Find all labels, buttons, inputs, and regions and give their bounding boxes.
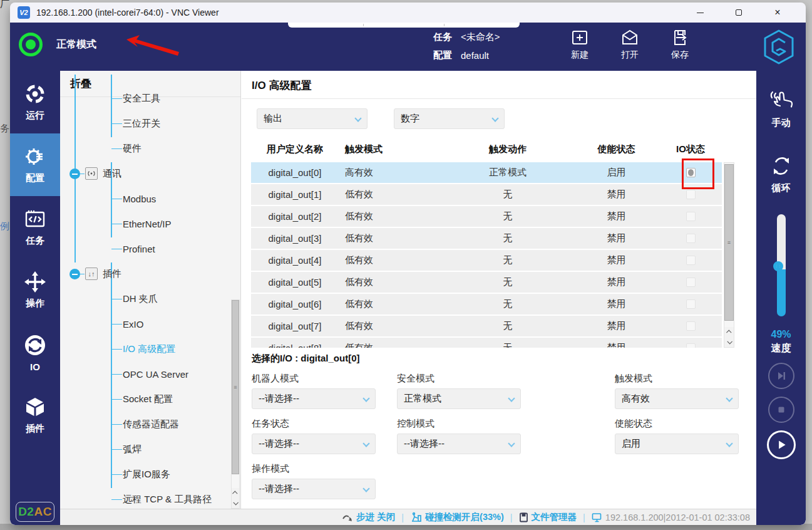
field-select[interactable]: 启用 xyxy=(615,434,739,454)
scroll-up-icon[interactable] xyxy=(724,327,734,337)
title-bar[interactable]: V2 192.168.1.200 (intel-corei7-64:0) - V… xyxy=(10,3,806,23)
collision-detect-toggle[interactable]: 碰撞检测开启(33%) xyxy=(410,511,504,523)
speed-slider[interactable] xyxy=(777,214,786,316)
field-label: 安全模式 xyxy=(397,373,615,385)
tree-scrollbar-thumb[interactable]: ≡ xyxy=(232,300,239,474)
io-direction-select[interactable]: 输出 xyxy=(257,108,367,129)
cell-enable-state: 启用 xyxy=(573,167,659,179)
table-row[interactable]: digital_out[6] 低有效 无 禁用 xyxy=(251,294,722,314)
tree-item[interactable]: ↓↑ 三位开关 xyxy=(60,111,240,136)
open-button[interactable]: 打开 xyxy=(612,28,648,61)
step-forward-button[interactable] xyxy=(768,363,794,389)
nav-io[interactable]: IO xyxy=(10,321,60,384)
nav-run[interactable]: 运行 xyxy=(10,71,60,133)
new-folder-icon xyxy=(570,28,590,48)
chevron-down-icon xyxy=(508,395,515,402)
scroll-up-icon[interactable] xyxy=(232,488,239,498)
loop-mode-button[interactable]: 循环 xyxy=(756,153,806,194)
cell-enable-state: 禁用 xyxy=(573,254,659,266)
io-state-indicator[interactable] xyxy=(686,234,696,243)
open-envelope-icon xyxy=(620,28,640,48)
tree-item[interactable]: ↓↑ 安全工具 xyxy=(60,86,240,111)
slider-track-lower[interactable] xyxy=(777,269,786,316)
loop-icon xyxy=(769,153,794,179)
table-row[interactable]: digital_out[5] 低有效 无 禁用 xyxy=(251,272,722,293)
field-value: 启用 xyxy=(622,438,640,450)
new-button[interactable]: 新建 xyxy=(562,28,598,61)
io-state-indicator[interactable] xyxy=(686,278,696,287)
play-icon xyxy=(774,438,788,452)
tree-collapse-icon[interactable] xyxy=(69,169,80,179)
minimize-icon xyxy=(697,13,704,13)
maximize-button[interactable] xyxy=(719,3,758,23)
tree-item[interactable]: ↓↑ I/O 高级配置 xyxy=(60,336,240,361)
slider-thumb[interactable] xyxy=(773,261,783,271)
desktop-glyph: 厂 xyxy=(0,0,10,11)
tree-item[interactable]: ↓↑ Profinet xyxy=(60,236,240,261)
tree-item-label: EtherNet/IP xyxy=(123,219,172,229)
field-select[interactable]: --请选择-- xyxy=(397,434,521,454)
table-row[interactable]: digital_out[4] 低有效 无 禁用 xyxy=(251,250,722,271)
nav-task-label: 任务 xyxy=(26,235,44,247)
tree-item[interactable]: ↓↑ 插件 xyxy=(60,261,240,286)
table-row[interactable]: digital_out[8] 低有效 无 禁用 xyxy=(251,338,722,348)
tree-item[interactable]: ↓↑ 通讯 xyxy=(60,161,240,186)
tree-item[interactable]: ↓↑ ExIO xyxy=(60,311,240,336)
field-select[interactable]: 高有效 xyxy=(615,388,739,409)
minimize-button[interactable] xyxy=(681,3,719,23)
scroll-down-icon[interactable] xyxy=(232,498,239,508)
tree-item[interactable]: ↓↑ 扩展IO服务 xyxy=(60,462,240,487)
table-scrollbar-thumb[interactable]: ≡ xyxy=(724,164,734,321)
tree-item[interactable]: ↓↑ OPC UA Server xyxy=(60,361,240,387)
field-select[interactable]: --请选择-- xyxy=(252,479,376,499)
nav-operate[interactable]: 操作 xyxy=(10,259,60,321)
monitor-icon xyxy=(592,512,602,522)
nav-task[interactable]: 任务 xyxy=(10,196,60,259)
io-state-indicator[interactable] xyxy=(686,343,696,348)
col-io-state: IO状态 xyxy=(659,143,722,155)
table-row[interactable]: digital_out[2] 低有效 无 禁用 xyxy=(251,206,722,227)
table-row[interactable]: digital_out[3] 低有效 无 禁用 xyxy=(251,228,722,249)
step-mode-toggle[interactable]: 步进 关闭 xyxy=(342,511,395,523)
play-button[interactable] xyxy=(767,430,796,459)
tree-item[interactable]: ↓↑ Modbus xyxy=(60,186,240,211)
vnc-toolbar-notch[interactable] xyxy=(288,23,520,28)
tree-item-label: 硬件 xyxy=(123,143,141,155)
tree-item[interactable]: ↓↑ 远程 TCP & 工具路径 xyxy=(60,487,240,509)
tree-item[interactable]: ↓↑ 硬件 xyxy=(60,136,240,161)
tree-item[interactable]: ↓↑ Socket 配置 xyxy=(60,387,240,412)
tree-collapse-icon[interactable] xyxy=(69,269,80,279)
io-state-indicator[interactable] xyxy=(686,212,696,221)
io-state-indicator[interactable] xyxy=(686,256,696,265)
table-row[interactable]: digital_out[7] 低有效 无 禁用 xyxy=(251,316,722,336)
tree-item[interactable]: ↓↑ EtherNet/IP xyxy=(60,211,240,236)
cell-enable-state: 禁用 xyxy=(573,210,659,222)
field-label: 控制模式 xyxy=(397,418,615,430)
io-state-indicator[interactable] xyxy=(686,190,696,199)
save-button[interactable]: 保存 xyxy=(662,28,698,61)
field-select[interactable]: 正常模式 xyxy=(397,388,521,409)
tree-scrollbar[interactable]: ≡ xyxy=(231,299,240,509)
config-tree-panel: 折叠 ↓↑ 安全工具 xyxy=(60,71,241,509)
scroll-down-icon[interactable] xyxy=(724,337,734,347)
table-row[interactable]: digital_out[0] 高有效 正常模式 启用 xyxy=(251,162,722,183)
manual-mode-button[interactable]: 手动 xyxy=(756,88,806,129)
field-select[interactable]: --请选择-- xyxy=(252,388,376,409)
d2ac-badge[interactable]: D2AC xyxy=(16,502,54,522)
nav-plugin[interactable]: 插件 xyxy=(10,384,60,447)
tree-item-label: 安全工具 xyxy=(123,93,160,105)
close-button[interactable]: × xyxy=(758,3,797,23)
tree-item[interactable]: ↓↑ DH 夹爪 xyxy=(60,286,240,311)
file-manager-button[interactable]: 文件管理器 xyxy=(519,511,577,523)
table-row[interactable]: digital_out[1] 低有效 无 禁用 xyxy=(251,184,722,205)
io-state-indicator[interactable] xyxy=(686,299,696,309)
tree-item[interactable]: ↓↑ 传感器适配器 xyxy=(60,412,240,437)
io-type-select[interactable]: 数字 xyxy=(394,108,505,129)
cell-enable-state: 禁用 xyxy=(573,276,659,288)
nav-config[interactable]: 配置 xyxy=(10,133,60,196)
stop-button[interactable] xyxy=(768,397,794,423)
io-state-indicator[interactable] xyxy=(686,321,696,331)
tree-item[interactable]: ↓↑ 弧焊 xyxy=(60,437,240,462)
table-scrollbar[interactable]: ≡ xyxy=(724,162,734,348)
field-select[interactable]: --请选择-- xyxy=(252,434,376,454)
